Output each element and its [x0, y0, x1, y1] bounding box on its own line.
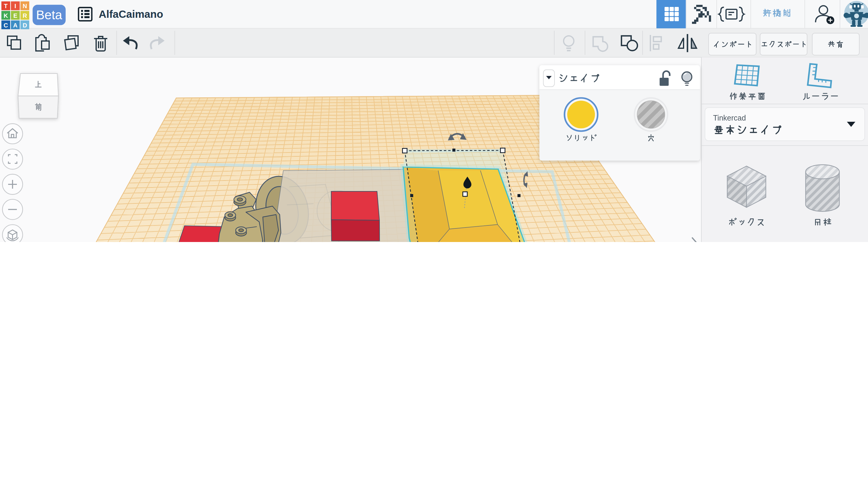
svg-text:K: K	[4, 12, 8, 19]
svg-text:T: T	[4, 3, 7, 9]
svg-text:E: E	[13, 12, 17, 19]
svg-text:A: A	[13, 22, 18, 29]
svg-text:R: R	[23, 12, 27, 19]
svg-text:AlfaCaimano: AlfaCaimano	[98, 8, 163, 20]
svg-text:N: N	[23, 3, 27, 9]
svg-text:Tinkercad: Tinkercad	[713, 114, 746, 122]
svg-text:Beta: Beta	[36, 8, 62, 22]
svg-text:I: I	[14, 3, 16, 9]
svg-text:D: D	[23, 22, 27, 29]
svg-text:C: C	[4, 22, 8, 29]
